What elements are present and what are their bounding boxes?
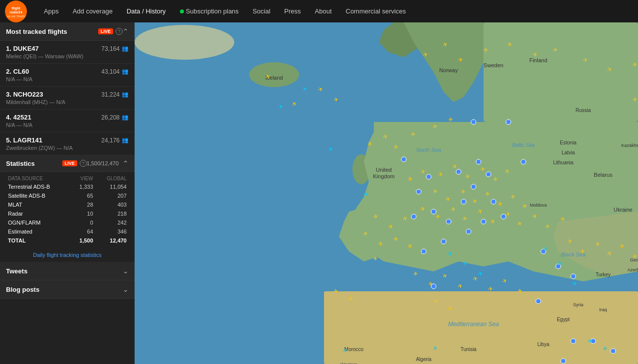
- most-tracked-collapse[interactable]: ⌃: [123, 27, 129, 35]
- svg-point-55: [461, 199, 466, 204]
- tweets-panel[interactable]: Tweets ⌄: [0, 262, 135, 280]
- svg-point-72: [561, 359, 566, 364]
- svg-point-60: [441, 239, 446, 244]
- svg-text:Lithuania: Lithuania: [553, 160, 574, 165]
- svg-text:Latvia: Latvia: [562, 150, 575, 155]
- statistics-collapse[interactable]: ⌃: [123, 159, 129, 167]
- logo[interactable]: flight radar24 LIVE AIR TRAFFIC: [5, 0, 27, 22]
- people-icon-1: 👥: [122, 45, 129, 52]
- nav-apps[interactable]: Apps: [37, 0, 66, 22]
- svg-point-54: [471, 184, 476, 189]
- svg-text:Western: Western: [340, 362, 357, 364]
- svg-text:Estonia: Estonia: [560, 140, 577, 145]
- svg-point-61: [421, 249, 426, 254]
- most-tracked-live-badge: LIVE: [98, 28, 113, 34]
- nav-add-coverage[interactable]: Add coverage: [66, 0, 120, 22]
- flight-name-5: 5. LAGR141: [6, 136, 42, 144]
- map-area[interactable]: Iceland Norway Sweden Finland Russia Est…: [135, 22, 638, 364]
- stats-row: MLAT28403: [6, 200, 129, 209]
- svg-text:Tunisia: Tunisia: [461, 347, 477, 352]
- svg-text:✈: ✈: [483, 46, 488, 54]
- nav-subscription[interactable]: Subscription plans: [173, 0, 246, 22]
- svg-text:Algeria: Algeria: [416, 357, 432, 362]
- svg-point-53: [486, 172, 491, 177]
- svg-point-48: [401, 157, 406, 162]
- flight-item-4[interactable]: 4. 42521 26,208 👥 N/A — N/A: [0, 110, 135, 132]
- svg-point-56: [491, 199, 496, 204]
- daily-stats-link[interactable]: Daily flight tracking statistics: [0, 248, 135, 262]
- svg-point-65: [416, 189, 421, 194]
- flight-name-3: 3. NCHO223: [6, 91, 43, 98]
- flight-item-3[interactable]: 3. NCHO223 31,224 👥 Mildenhall (MHZ) — N…: [0, 87, 135, 110]
- svg-text:✈: ✈: [632, 96, 638, 104]
- blog-posts-panel[interactable]: Blog posts ⌄: [0, 280, 135, 299]
- flight-item-5[interactable]: 5. LAGR141 24,176 👥 Zweibrucken (ZQW) — …: [0, 132, 135, 155]
- people-icon-3: 👥: [122, 91, 129, 98]
- flight-name-2: 2. CL60: [6, 68, 29, 75]
- flight-name-1: 1. DUKE47: [6, 45, 39, 52]
- statistics-header: Statistics LIVE ? 1,500/12,470 ⌃: [0, 155, 135, 172]
- most-tracked-header: Most tracked flights LIVE ? ⌃: [0, 22, 135, 41]
- svg-point-74: [611, 349, 616, 354]
- svg-text:Norway: Norway: [439, 67, 458, 73]
- svg-point-59: [466, 229, 471, 234]
- flight-route-4: N/A — N/A: [6, 122, 129, 128]
- navbar: flight radar24 LIVE AIR TRAFFIC Apps Add…: [0, 0, 638, 22]
- statistics-help-icon[interactable]: ?: [80, 160, 87, 167]
- sidebar: Most tracked flights LIVE ? ⌃ 1. DUKE47 …: [0, 22, 135, 364]
- stats-row: Satellite ADS-B65207: [6, 191, 129, 200]
- nav-data-history[interactable]: Data / History: [120, 0, 173, 22]
- svg-text:✈: ✈: [583, 56, 588, 64]
- flight-count-2: 43,104 👥: [101, 68, 129, 75]
- nav-press[interactable]: Press: [277, 0, 308, 22]
- svg-point-51: [521, 159, 526, 164]
- subscription-dot: [180, 9, 184, 13]
- stats-total-row: TOTAL1,50012,470: [6, 236, 129, 245]
- svg-text:Belarus: Belarus: [594, 172, 613, 178]
- blog-posts-collapse-icon[interactable]: ⌄: [123, 285, 129, 293]
- statistics-title: Statistics: [6, 160, 59, 167]
- svg-text:Kazakhstan: Kazakhstan: [621, 143, 638, 148]
- svg-text:flight: flight: [11, 6, 20, 10]
- most-tracked-help-icon[interactable]: ?: [116, 28, 123, 35]
- nav-about[interactable]: About: [308, 0, 339, 22]
- svg-text:Egypt: Egypt: [557, 317, 570, 322]
- flight-route-2: N/A — N/A: [6, 76, 129, 82]
- svg-text:Syria: Syria: [573, 302, 584, 307]
- main-area: Most tracked flights LIVE ? ⌃ 1. DUKE47 …: [0, 22, 638, 364]
- most-tracked-title: Most tracked flights: [6, 28, 95, 35]
- svg-point-58: [481, 219, 486, 224]
- svg-point-70: [571, 274, 576, 279]
- flight-route-5: Zweibrucken (ZQW) — N/A: [6, 145, 129, 151]
- svg-text:Azerbaijan: Azerbaijan: [628, 267, 638, 272]
- flight-item-1[interactable]: 1. DUKE47 73,164 👥 Mielec (QEI) — Warsaw…: [0, 41, 135, 64]
- svg-text:Sweden: Sweden: [483, 62, 503, 68]
- svg-point-50: [506, 120, 511, 124]
- statistics-live-badge: LIVE: [62, 160, 77, 166]
- svg-point-64: [446, 219, 451, 224]
- col-view: VIEW: [70, 175, 95, 182]
- svg-rect-8: [483, 22, 638, 122]
- map-svg: Iceland Norway Sweden Finland Russia Est…: [135, 22, 638, 364]
- svg-text:Libya: Libya: [537, 342, 549, 347]
- col-global: GLOBAL: [95, 175, 129, 182]
- flight-route-1: Mielec (QEI) — Warsaw (WAW): [6, 53, 129, 59]
- tweets-collapse-icon[interactable]: ⌄: [123, 267, 129, 275]
- svg-point-66: [426, 174, 431, 179]
- svg-point-15: [135, 25, 234, 60]
- flight-count-1: 73,164 👥: [101, 45, 129, 52]
- svg-rect-13: [324, 291, 638, 364]
- stats-row: Terrestrial ADS-B1,33311,054: [6, 182, 129, 191]
- svg-point-52: [476, 159, 481, 164]
- stats-row: Estimated64346: [6, 227, 129, 236]
- flight-route-3: Mildenhall (MHZ) — N/A: [6, 99, 129, 105]
- flight-item-2[interactable]: 2. CL60 43,104 👥 N/A — N/A: [0, 64, 135, 87]
- svg-text:Moldova: Moldova: [530, 203, 547, 208]
- nav-social[interactable]: Social: [246, 0, 277, 22]
- svg-text:Baltic Sea: Baltic Sea: [512, 142, 534, 148]
- nav-commercial[interactable]: Commercial services: [339, 0, 413, 22]
- svg-text:radar24: radar24: [9, 10, 22, 14]
- flight-name-4: 4. 42521: [6, 114, 31, 121]
- col-data-source: DATA SOURCE: [6, 175, 70, 182]
- svg-point-62: [411, 214, 416, 219]
